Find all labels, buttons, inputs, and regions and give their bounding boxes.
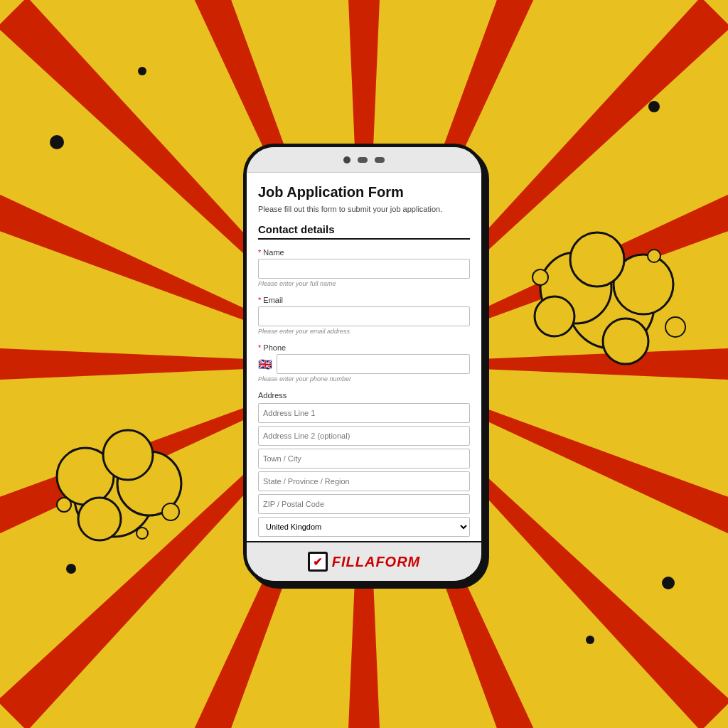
state-input[interactable] <box>258 471 470 491</box>
email-label: * Email <box>258 296 470 304</box>
phone-device: Job Application Form Please fill out thi… <box>243 144 485 584</box>
address-section: Address United Kingdom United States Can… <box>258 391 470 541</box>
phone-required-star: * <box>258 343 261 352</box>
svg-point-44 <box>570 232 624 287</box>
address-label: Address <box>258 391 470 400</box>
svg-point-49 <box>648 250 660 262</box>
svg-point-51 <box>648 101 660 112</box>
contact-section-title: Contact details <box>258 223 470 240</box>
phone-number-input[interactable] <box>277 354 470 374</box>
phone-top-bar <box>247 147 481 173</box>
svg-point-45 <box>603 318 648 364</box>
address-line1-input[interactable] <box>258 403 470 423</box>
svg-point-39 <box>57 498 71 512</box>
phone-field-group: * Phone 🇬🇧 Please enter your phone numbe… <box>258 343 470 382</box>
brand-logo: FILLAFORM <box>308 552 421 572</box>
phone-container: Job Application Form Please fill out thi… <box>243 144 485 584</box>
address-line2-input[interactable] <box>258 426 470 446</box>
camera-dot <box>343 156 350 164</box>
svg-point-38 <box>162 503 179 520</box>
svg-point-47 <box>665 317 685 337</box>
name-hint: Please enter your full name <box>258 280 470 287</box>
svg-point-48 <box>532 269 548 285</box>
phone-bottom-bar: FILLAFORM <box>247 541 481 581</box>
phone-label: * Phone <box>258 343 470 352</box>
svg-point-37 <box>78 498 121 540</box>
svg-point-40 <box>136 528 148 539</box>
form-subtitle: Please fill out this form to submit your… <box>258 205 470 213</box>
zip-input[interactable] <box>258 494 470 514</box>
uk-flag-icon: 🇬🇧 <box>258 358 272 371</box>
svg-point-46 <box>535 296 574 336</box>
name-label: * Name <box>258 248 470 257</box>
country-select[interactable]: United Kingdom United States Canada Aust… <box>258 517 470 537</box>
svg-point-54 <box>138 67 146 75</box>
name-field-group: * Name Please enter your full name <box>258 248 470 287</box>
svg-point-36 <box>103 430 153 480</box>
phone-hint: Please enter your phone number <box>258 375 470 382</box>
brand-checkbox-icon <box>308 552 328 572</box>
name-required-star: * <box>258 248 261 257</box>
svg-point-55 <box>586 636 594 644</box>
email-hint: Please enter your email address <box>258 328 470 335</box>
email-field-group: * Email Please enter your email address <box>258 296 470 335</box>
email-required-star: * <box>258 296 261 304</box>
speaker-grille-2 <box>375 157 385 163</box>
phone-input-row: 🇬🇧 <box>258 354 470 374</box>
svg-point-53 <box>662 577 675 589</box>
name-input[interactable] <box>258 259 470 279</box>
email-input[interactable] <box>258 306 470 326</box>
form-title: Job Application Form <box>258 184 470 200</box>
town-input[interactable] <box>258 449 470 469</box>
svg-point-52 <box>66 564 76 574</box>
brand-name: FILLAFORM <box>332 554 421 570</box>
svg-point-50 <box>50 135 64 149</box>
speaker-grille <box>358 157 368 163</box>
phone-screen[interactable]: Job Application Form Please fill out thi… <box>247 173 481 541</box>
